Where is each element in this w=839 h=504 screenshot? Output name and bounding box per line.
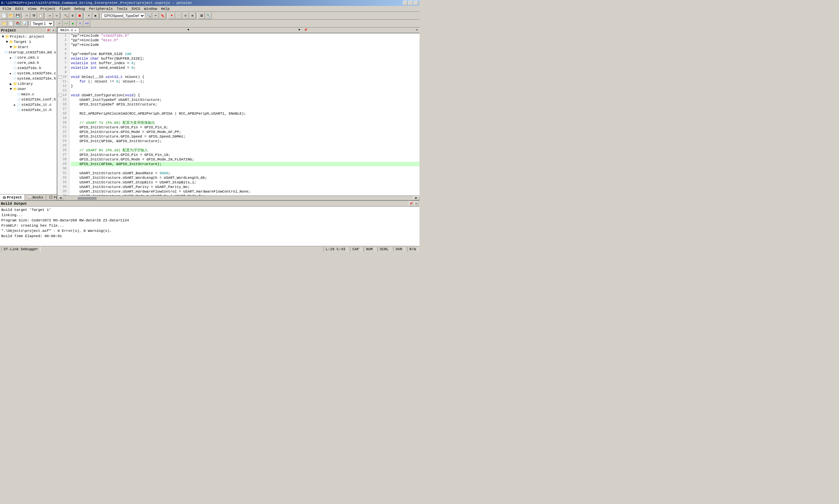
debug-btn[interactable]: ▶ (92, 13, 99, 19)
code-line[interactable] (71, 166, 419, 171)
code-line[interactable] (71, 47, 419, 52)
scroll-left-btn[interactable]: ◄ (57, 196, 64, 200)
panel-close-btn[interactable]: ✕ (51, 28, 56, 33)
code-line[interactable]: volatile char buffer[BUFFER_SIZE]; (71, 56, 419, 61)
editor-tab-main[interactable]: main.c ✕ (57, 28, 79, 33)
code-line[interactable]: } (71, 84, 419, 88)
tree-expander[interactable]: ▼ (8, 45, 13, 50)
code-line[interactable]: USART_InitStructure.USART_WordLength = U… (71, 176, 419, 180)
target-dropdown[interactable]: Target 1 (31, 21, 53, 26)
new-file-btn[interactable]: 📄 (1, 13, 7, 19)
undo-btn[interactable]: ↩ (47, 13, 53, 19)
code-line[interactable]: USART_InitStructure.USART_StopBits = USA… (71, 180, 419, 185)
goto-btn[interactable]: ➡ (152, 13, 159, 19)
tree-item[interactable]: ▶📄stm32f10x_it.c (1, 102, 56, 107)
bookmark-btn[interactable]: 🔖 (159, 13, 166, 19)
menu-item-edit[interactable]: Edit (13, 6, 25, 11)
code-line[interactable]: GPIO_Init(GPIOA, &GPIO_InitStructure); (71, 139, 419, 143)
code-line[interactable]: // USART Rx (PA.10) 配置为浮空输入 (71, 148, 419, 152)
code-line[interactable]: GPIO_InitStructure.GPIO_Mode = GPIO_Mode… (71, 130, 419, 134)
collapse-btn[interactable]: − (59, 94, 62, 97)
config-btn[interactable]: 🖥 (198, 13, 205, 19)
code-line[interactable]: USART_InitTypeDef USART_InitStructure; (71, 97, 419, 102)
translate-btn[interactable]: ✓ (56, 20, 63, 27)
h-scroll-thumb[interactable] (77, 197, 97, 200)
tab-close-all-btn[interactable]: ✕ (414, 27, 419, 33)
tree-expander[interactable]: ▼ (8, 87, 13, 91)
minimize-button[interactable]: ─ (403, 1, 408, 5)
code-line[interactable]: GPIO_InitStructure.GPIO_Pin = GPIO_Pin_1… (71, 152, 419, 157)
clear-bp-btn[interactable]: ○ (175, 13, 182, 19)
tree-item[interactable]: ▶📄system_stm32f10x.c (1, 71, 56, 76)
menu-item-flash[interactable]: Flash (57, 6, 72, 11)
code-line[interactable]: GPIO_InitTypeDef GPIO_InitStructure; (71, 102, 419, 107)
code-line[interactable]: USART_InitStructure.USART_Parity = USART… (71, 185, 419, 189)
code-line[interactable]: GPIO_InitStructure.GPIO_Pin = GPIO_Pin_9… (71, 125, 419, 130)
menu-item-file[interactable]: File (1, 6, 13, 11)
code-line[interactable] (71, 107, 419, 111)
copy-btn[interactable]: ⧉ (31, 13, 37, 19)
menu-item-help[interactable]: Help (159, 6, 171, 11)
code-line[interactable]: "pp">#include (71, 42, 419, 47)
tree-expander[interactable]: ▶ (8, 82, 13, 86)
panel-tab-books[interactable]: 📖Books (25, 195, 46, 200)
open-btn[interactable]: 📂 (7, 13, 14, 19)
code-line[interactable] (71, 88, 419, 93)
src-btn[interactable]: 📄 (7, 20, 14, 27)
code-line[interactable]: "pp">#define BUFFER_SIZE 100 (71, 52, 419, 56)
tree-item[interactable]: 📄startup_stm32f10x_md.s (1, 50, 56, 55)
tree-expander[interactable]: ▶ (8, 71, 13, 76)
tree-item[interactable]: ▼📁User (1, 87, 56, 92)
download-btn[interactable]: ⬇ (86, 13, 92, 19)
tree-item[interactable]: 📄core_cm3.h (1, 60, 56, 66)
tree-item[interactable]: 📄system_stm32f10x.h (1, 76, 56, 81)
cut-btn[interactable]: ✂ (23, 13, 30, 19)
menu-item-debug[interactable]: Debug (72, 6, 87, 11)
tree-item[interactable]: ▼📁Target 1 (1, 39, 56, 44)
code-line[interactable] (71, 70, 419, 75)
code-line[interactable] (71, 116, 419, 121)
tree-expander[interactable]: ▶ (13, 103, 17, 107)
rebuild-btn[interactable]: ⚙ (69, 13, 76, 19)
code-line[interactable]: // USART Tx (PA.09) 配置为复用推挽输出 (71, 121, 419, 125)
tree-item[interactable]: 📄stm32f10x_conf.h (1, 97, 56, 102)
tree-item[interactable]: 📄main.c (1, 92, 56, 97)
tree-expander[interactable] (8, 60, 13, 65)
stop-btn[interactable]: ⏹ (76, 13, 83, 19)
paste-btn[interactable]: 📋 (37, 13, 44, 19)
h-scrollbar[interactable]: ◄ ► (57, 196, 419, 200)
tree-expander[interactable]: ▶ (8, 55, 13, 60)
code-line[interactable]: RCC_APB2PeriphClockCmd(RCC_APB2Periph_GP… (71, 111, 419, 116)
menu-item-svcs[interactable]: SVCS (129, 6, 142, 11)
code-line[interactable]: USART_InitStructure.USART_HardwareFlowCo… (71, 189, 419, 194)
settings-btn[interactable]: 🔧 (205, 13, 212, 19)
collapse-btn[interactable]: − (59, 75, 62, 78)
tree-expander[interactable]: ▼ (5, 40, 9, 44)
tree-item[interactable]: ▼📁Start (1, 44, 56, 50)
project-win-btn[interactable]: 📁 (1, 20, 7, 27)
code-line[interactable]: GPIO_InitStructure.GPIO_Speed = GPIO_Spe… (71, 134, 419, 139)
code-line[interactable]: USART_InitStructure.USART_BaudRate = 960… (71, 171, 419, 176)
code-line[interactable]: void Delay(__IO uint32_t nCount) { (71, 75, 419, 79)
tree-item[interactable]: ▶📄core_cm3.c (1, 55, 56, 60)
save-btn[interactable]: 💾 (14, 13, 21, 19)
code-line[interactable]: for (; nCount != 0; nCount--); (71, 79, 419, 84)
code-line[interactable]: volatile int send_enabled = 0; (71, 66, 419, 70)
tree-expander[interactable] (8, 66, 13, 70)
regs-btn[interactable]: 📊 (21, 20, 28, 27)
tab-close-btn[interactable]: ✕ (75, 29, 76, 32)
code-content[interactable]: "pp">#include "stm32f10x.h""pp">#include… (69, 33, 419, 196)
scroll-right-btn[interactable]: ► (413, 196, 419, 200)
symbol-dropdown[interactable]: GPIOSpeed_TypeDef (102, 13, 145, 19)
search-btn[interactable]: 🔍 (145, 13, 152, 19)
flash-btn[interactable]: ⬇ (77, 20, 83, 27)
tree-item[interactable]: ▶📁Library (1, 81, 56, 87)
tree-expander[interactable] (8, 76, 13, 81)
tree-expander[interactable] (13, 92, 17, 96)
tree-item[interactable]: 📄stm32f10x.h (1, 66, 56, 71)
panel-pin-btn[interactable]: 📌 (46, 28, 51, 33)
tree-expander[interactable] (13, 97, 17, 102)
code-line[interactable] (71, 143, 419, 148)
code-line[interactable]: "pp">#include "misc.h" (71, 38, 419, 42)
tab-pin-btn[interactable]: 📌 (303, 27, 308, 33)
